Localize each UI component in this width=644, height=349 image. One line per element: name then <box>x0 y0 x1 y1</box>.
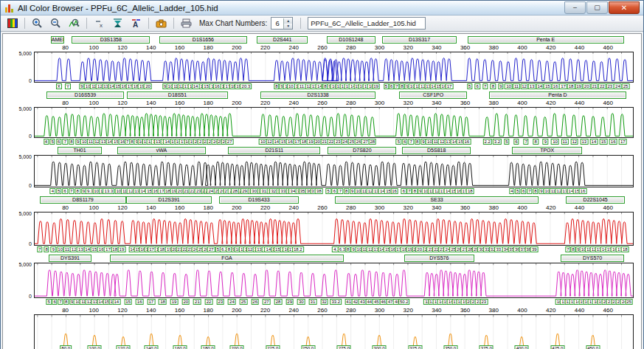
minimize-button[interactable]: – <box>564 1 586 14</box>
trace-red <box>35 212 633 245</box>
size-label: 120.0 <box>117 345 131 349</box>
spin-down-icon[interactable]: ▼ <box>284 24 292 29</box>
trace-orange <box>35 315 633 349</box>
electropherogram-red[interactable]: 5,0000 <box>34 212 634 246</box>
allele-label: 6 <box>63 188 68 194</box>
dye-row-black: TH01vWAD21S11D7S820D5S818TPOX5,000045678… <box>6 147 638 195</box>
allele-label: 27 <box>226 139 234 145</box>
allele-label-row: 789101112131415161718191415161717.31818.… <box>34 246 634 253</box>
x-tick-label: 320 <box>403 44 412 52</box>
x-tick-label: 280 <box>346 44 356 52</box>
x-tick-label: 400 <box>517 100 527 107</box>
marker-label-DYS576: DYS576 <box>404 255 474 262</box>
allele-label: 18 <box>466 188 474 194</box>
title-bar[interactable]: All Color Browser - PPFu_6C_Allelic_Ladd… <box>1 1 643 15</box>
marker-label-FGA: FGA <box>110 255 344 262</box>
allele-label: 19 <box>372 83 380 89</box>
remove-size-icon[interactable]: x <box>91 16 108 31</box>
print-icon[interactable] <box>178 16 195 31</box>
allele-label: 7 <box>406 188 412 194</box>
x-tick-label: 380 <box>489 204 499 212</box>
allele-label: 8 <box>274 83 279 89</box>
x-tick-label: 280 <box>346 204 356 212</box>
align-markers-icon[interactable] <box>109 16 126 31</box>
maximize-button[interactable]: ▢ <box>586 1 608 14</box>
x-tick-label: 320 <box>403 307 412 314</box>
x-tick-label: 300 <box>375 100 384 107</box>
allele-label: 28 <box>274 299 283 305</box>
x-tick-label: 440 <box>575 307 584 314</box>
x-axis-ticks: 8010012014016018020022024026028030032034… <box>34 307 634 314</box>
electropherogram-blue[interactable]: 5,0000 <box>34 52 634 83</box>
x-tick-label: 320 <box>403 204 412 212</box>
electropherogram-magenta[interactable]: 5,0000 <box>34 263 634 298</box>
x-tick-label: 180 <box>203 307 212 314</box>
size-label: 140.0 <box>145 345 159 349</box>
y-axis-zero-label: 0 <box>7 78 32 83</box>
allele-label: 7 <box>523 139 528 145</box>
zoom-out-icon[interactable] <box>47 16 64 31</box>
allele-label: 8 <box>63 299 69 305</box>
size-label: 225.0 <box>266 345 280 349</box>
allele-label: 17 <box>446 83 454 89</box>
y-axis-max-label: 5,000 <box>7 211 32 216</box>
marker-label-CSF1PO: CSF1PO <box>399 91 467 99</box>
allele-label: 22 <box>598 83 606 89</box>
marker-label-D13S317: D13S317 <box>382 36 456 44</box>
allele-label: 20 <box>144 83 152 89</box>
marker-header-row: DYS391FGADYS576DYS570 <box>34 255 634 263</box>
allele-label: 19 <box>575 83 583 89</box>
x-tick-label: 80 <box>62 44 69 52</box>
marker-label-Penta E: Penta E <box>468 36 624 44</box>
allele-label: 8 <box>412 188 418 194</box>
allele-label: 4 <box>44 139 49 145</box>
x-tick-label: 180 <box>203 44 212 52</box>
x-tick-label: 300 <box>375 204 384 212</box>
x-tick-label: 180 <box>203 204 212 212</box>
y-axis-zero-label: 0 <box>7 134 32 139</box>
x-tick-label: 240 <box>289 44 299 52</box>
x-tick-label: 240 <box>289 100 299 107</box>
allele-label: 9 <box>51 246 56 252</box>
size-label: 275.0 <box>337 345 351 349</box>
allele-label: 4 <box>50 188 55 194</box>
allele-label: 13.3 <box>103 188 115 194</box>
x-tick-label: 380 <box>489 307 499 314</box>
allele-label: 5 <box>46 299 52 305</box>
label-display-icon[interactable]: A <box>128 16 145 31</box>
x-tick-label: 360 <box>460 100 470 107</box>
electropherogram-green[interactable]: 5,0000 <box>34 107 634 138</box>
allele-label: 7 <box>409 139 414 145</box>
allele-label: 7 <box>58 299 63 305</box>
color-browser-icon[interactable] <box>4 16 21 31</box>
dye-row-magenta: DYS391FGADYS576DYS5705,00005678910111213… <box>6 255 638 305</box>
marker-header-row: TH01vWAD21S11D7S820D5S818TPOX <box>34 147 634 155</box>
max-chart-numbers-stepper[interactable]: 6 ▲ ▼ <box>271 17 293 30</box>
x-tick-label: 460 <box>603 44 612 52</box>
window-title: All Color Browser - PPFu_6C_Allelic_Ladd… <box>18 4 218 13</box>
allele-label-row: 456789101112131415167891011121313.21414.… <box>34 138 634 145</box>
allele-label: 6 <box>475 83 480 89</box>
marker-label-SE33: SE33 <box>335 196 539 204</box>
x-tick-label: 460 <box>603 307 612 314</box>
snapshot-icon[interactable] <box>153 16 170 31</box>
allele-label: 8 <box>533 188 538 194</box>
zoom-fit-icon[interactable] <box>66 16 83 31</box>
x-tick-label: 160 <box>175 44 184 52</box>
allele-label: 18 <box>159 299 167 305</box>
spin-up-icon[interactable]: ▲ <box>284 18 292 24</box>
close-button[interactable]: ✕ <box>609 1 640 14</box>
allele-label: 8 <box>44 246 49 252</box>
electropherogram-orange[interactable]: 80.0100.0120.0140.0160.0180.0200.0225.02… <box>34 314 634 349</box>
electropherogram-black[interactable]: 5,0000 <box>34 155 634 187</box>
allele-label: 24 <box>614 83 622 89</box>
zoom-in-icon[interactable] <box>29 16 46 31</box>
x-tick-label: 260 <box>317 44 327 52</box>
allele-label: 8 <box>415 139 420 145</box>
allele-label: 13 <box>581 139 589 145</box>
marker-label-DYS391: DYS391 <box>49 255 92 262</box>
marker-label-D7S820: D7S820 <box>328 147 396 154</box>
allele-label: 18 <box>621 246 629 252</box>
file-name-field[interactable]: PPFu_6C_Allelic_Ladder_105.hid <box>308 17 426 30</box>
x-tick-label: 80 <box>62 204 69 212</box>
